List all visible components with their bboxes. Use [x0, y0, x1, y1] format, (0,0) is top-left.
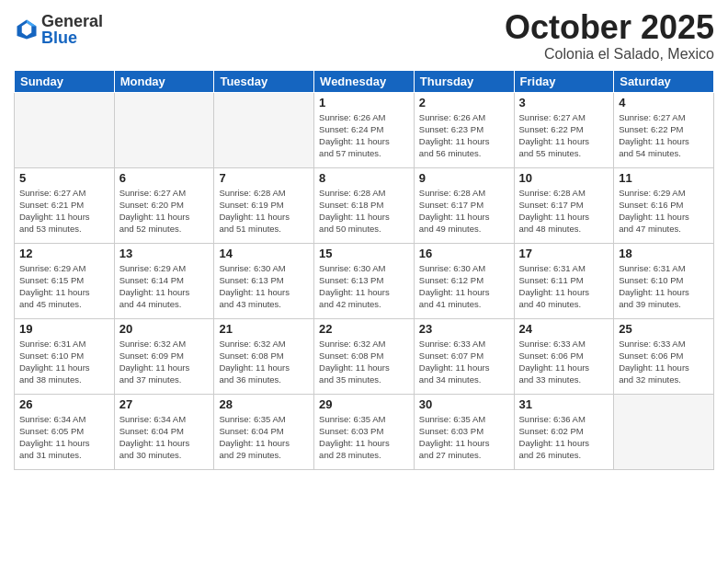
- calendar-cell: 29Sunrise: 6:35 AM Sunset: 6:03 PM Dayli…: [314, 394, 415, 469]
- day-number: 23: [419, 322, 509, 336]
- day-number: 19: [19, 322, 109, 336]
- day-number: 14: [219, 247, 309, 260]
- day-info: Sunrise: 6:36 AM Sunset: 6:02 PM Dayligh…: [519, 413, 609, 462]
- calendar-cell: 30Sunrise: 6:35 AM Sunset: 6:03 PM Dayli…: [414, 394, 514, 469]
- day-number: 8: [319, 171, 409, 185]
- calendar-table: SundayMondayTuesdayWednesdayThursdayFrid…: [14, 70, 714, 470]
- day-info: Sunrise: 6:30 AM Sunset: 6:13 PM Dayligh…: [219, 262, 309, 311]
- calendar-cell: 9Sunrise: 6:28 AM Sunset: 6:17 PM Daylig…: [414, 167, 514, 243]
- calendar-cell: 11Sunrise: 6:29 AM Sunset: 6:16 PM Dayli…: [614, 167, 714, 243]
- day-info: Sunrise: 6:32 AM Sunset: 6:09 PM Dayligh…: [119, 338, 210, 386]
- day-number: 15: [319, 247, 409, 260]
- day-number: 4: [619, 96, 709, 109]
- page: General Blue October 2025 Colonia el Sal…: [0, 0, 728, 563]
- week-row-3: 19Sunrise: 6:31 AM Sunset: 6:10 PM Dayli…: [15, 318, 714, 394]
- day-info: Sunrise: 6:27 AM Sunset: 6:22 PM Dayligh…: [619, 111, 709, 160]
- day-number: 27: [119, 397, 210, 411]
- calendar-cell: 3Sunrise: 6:27 AM Sunset: 6:22 PM Daylig…: [514, 92, 614, 167]
- day-number: 12: [19, 247, 109, 260]
- calendar-cell: [15, 92, 115, 167]
- day-info: Sunrise: 6:30 AM Sunset: 6:13 PM Dayligh…: [319, 262, 409, 311]
- day-number: 25: [619, 322, 709, 336]
- calendar-cell: 4Sunrise: 6:27 AM Sunset: 6:22 PM Daylig…: [614, 92, 714, 167]
- day-header-friday: Friday: [514, 70, 614, 92]
- day-info: Sunrise: 6:28 AM Sunset: 6:18 PM Dayligh…: [319, 187, 409, 236]
- calendar-cell: 13Sunrise: 6:29 AM Sunset: 6:14 PM Dayli…: [114, 243, 214, 318]
- day-info: Sunrise: 6:28 AM Sunset: 6:19 PM Dayligh…: [219, 187, 309, 236]
- day-number: 6: [119, 171, 210, 185]
- calendar-cell: 28Sunrise: 6:35 AM Sunset: 6:04 PM Dayli…: [214, 394, 314, 469]
- day-number: 22: [319, 322, 409, 336]
- logo-blue: Blue: [41, 29, 77, 47]
- day-header-sunday: Sunday: [15, 70, 115, 92]
- day-info: Sunrise: 6:34 AM Sunset: 6:05 PM Dayligh…: [19, 413, 109, 462]
- day-info: Sunrise: 6:28 AM Sunset: 6:17 PM Dayligh…: [519, 187, 609, 236]
- calendar-cell: 31Sunrise: 6:36 AM Sunset: 6:02 PM Dayli…: [514, 394, 614, 469]
- day-info: Sunrise: 6:27 AM Sunset: 6:21 PM Dayligh…: [19, 187, 109, 236]
- day-number: 24: [519, 322, 609, 336]
- day-info: Sunrise: 6:29 AM Sunset: 6:14 PM Dayligh…: [119, 262, 210, 311]
- calendar-cell: 6Sunrise: 6:27 AM Sunset: 6:20 PM Daylig…: [114, 167, 214, 243]
- day-number: 7: [219, 171, 309, 185]
- day-number: 18: [619, 247, 709, 260]
- day-info: Sunrise: 6:31 AM Sunset: 6:10 PM Dayligh…: [619, 262, 709, 311]
- week-row-4: 26Sunrise: 6:34 AM Sunset: 6:05 PM Dayli…: [15, 394, 714, 469]
- day-number: 16: [419, 247, 509, 260]
- day-info: Sunrise: 6:26 AM Sunset: 6:23 PM Dayligh…: [419, 111, 509, 160]
- calendar-cell: [114, 92, 214, 167]
- calendar-cell: 16Sunrise: 6:30 AM Sunset: 6:12 PM Dayli…: [414, 243, 514, 318]
- calendar-cell: 5Sunrise: 6:27 AM Sunset: 6:21 PM Daylig…: [15, 167, 115, 243]
- day-info: Sunrise: 6:27 AM Sunset: 6:20 PM Dayligh…: [119, 187, 210, 236]
- day-info: Sunrise: 6:32 AM Sunset: 6:08 PM Dayligh…: [319, 338, 409, 386]
- title-block: October 2025 Colonia el Salado, Mexico: [505, 9, 714, 63]
- day-header-wednesday: Wednesday: [314, 70, 415, 92]
- location-title: Colonia el Salado, Mexico: [505, 46, 714, 63]
- day-number: 9: [419, 171, 509, 185]
- day-info: Sunrise: 6:30 AM Sunset: 6:12 PM Dayligh…: [419, 262, 509, 311]
- calendar-cell: 27Sunrise: 6:34 AM Sunset: 6:04 PM Dayli…: [114, 394, 214, 469]
- day-number: 28: [219, 397, 309, 411]
- calendar-cell: 21Sunrise: 6:32 AM Sunset: 6:08 PM Dayli…: [214, 318, 314, 394]
- calendar-cell: 2Sunrise: 6:26 AM Sunset: 6:23 PM Daylig…: [414, 92, 514, 167]
- week-row-2: 12Sunrise: 6:29 AM Sunset: 6:15 PM Dayli…: [15, 243, 714, 318]
- day-info: Sunrise: 6:26 AM Sunset: 6:24 PM Dayligh…: [319, 111, 409, 160]
- day-number: 20: [119, 322, 210, 336]
- day-number: 31: [519, 397, 609, 411]
- day-number: 30: [419, 397, 509, 411]
- day-number: 11: [619, 171, 709, 185]
- logo-text: General Blue: [41, 13, 103, 46]
- day-number: 2: [419, 96, 509, 109]
- day-info: Sunrise: 6:33 AM Sunset: 6:06 PM Dayligh…: [519, 338, 609, 386]
- day-number: 5: [19, 171, 109, 185]
- day-number: 21: [219, 322, 309, 336]
- logo-icon: [14, 17, 40, 42]
- day-info: Sunrise: 6:33 AM Sunset: 6:07 PM Dayligh…: [419, 338, 509, 386]
- calendar-cell: [214, 92, 314, 167]
- day-info: Sunrise: 6:28 AM Sunset: 6:17 PM Dayligh…: [419, 187, 509, 236]
- calendar-cell: [614, 394, 714, 469]
- day-info: Sunrise: 6:35 AM Sunset: 6:04 PM Dayligh…: [219, 413, 309, 462]
- day-info: Sunrise: 6:27 AM Sunset: 6:22 PM Dayligh…: [519, 111, 609, 160]
- day-number: 29: [319, 397, 409, 411]
- calendar-cell: 26Sunrise: 6:34 AM Sunset: 6:05 PM Dayli…: [15, 394, 115, 469]
- calendar-cell: 14Sunrise: 6:30 AM Sunset: 6:13 PM Dayli…: [214, 243, 314, 318]
- day-number: 26: [19, 397, 109, 411]
- day-header-thursday: Thursday: [414, 70, 514, 92]
- calendar-cell: 1Sunrise: 6:26 AM Sunset: 6:24 PM Daylig…: [314, 92, 415, 167]
- calendar-cell: 12Sunrise: 6:29 AM Sunset: 6:15 PM Dayli…: [15, 243, 115, 318]
- week-row-1: 5Sunrise: 6:27 AM Sunset: 6:21 PM Daylig…: [15, 167, 714, 243]
- day-info: Sunrise: 6:31 AM Sunset: 6:10 PM Dayligh…: [19, 338, 109, 386]
- calendar-cell: 24Sunrise: 6:33 AM Sunset: 6:06 PM Dayli…: [514, 318, 614, 394]
- day-info: Sunrise: 6:29 AM Sunset: 6:16 PM Dayligh…: [619, 187, 709, 236]
- logo-general: General: [41, 12, 103, 30]
- day-header-monday: Monday: [114, 70, 214, 92]
- calendar-cell: 10Sunrise: 6:28 AM Sunset: 6:17 PM Dayli…: [514, 167, 614, 243]
- day-info: Sunrise: 6:31 AM Sunset: 6:11 PM Dayligh…: [519, 262, 609, 311]
- calendar-cell: 15Sunrise: 6:30 AM Sunset: 6:13 PM Dayli…: [314, 243, 415, 318]
- calendar-cell: 23Sunrise: 6:33 AM Sunset: 6:07 PM Dayli…: [414, 318, 514, 394]
- calendar-cell: 19Sunrise: 6:31 AM Sunset: 6:10 PM Dayli…: [15, 318, 115, 394]
- calendar-header-row: SundayMondayTuesdayWednesdayThursdayFrid…: [15, 70, 714, 92]
- day-info: Sunrise: 6:34 AM Sunset: 6:04 PM Dayligh…: [119, 413, 210, 462]
- day-info: Sunrise: 6:33 AM Sunset: 6:06 PM Dayligh…: [619, 338, 709, 386]
- calendar-cell: 17Sunrise: 6:31 AM Sunset: 6:11 PM Dayli…: [514, 243, 614, 318]
